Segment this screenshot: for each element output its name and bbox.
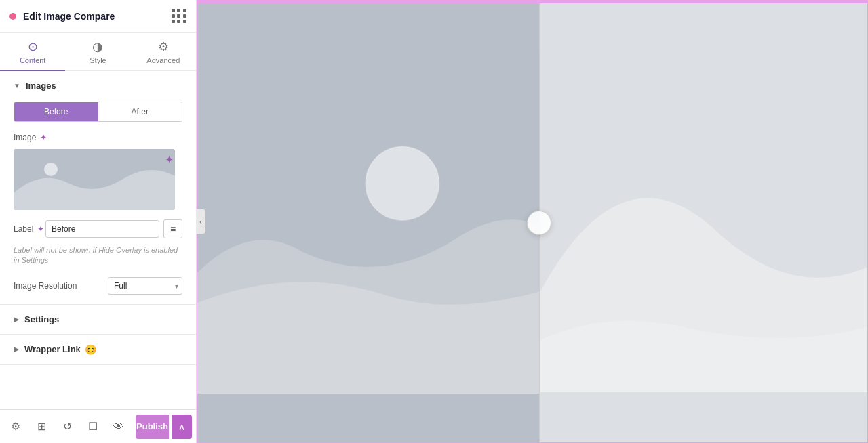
sidebar-content: ▼ Images Before After Image ✦ [0, 71, 196, 409]
thumbnail-svg [14, 149, 175, 210]
resolution-select[interactable]: Default Thumbnail Medium Large Full [108, 277, 182, 295]
before-after-toggle: Before After [14, 102, 182, 122]
after-toggle-btn[interactable]: After [98, 102, 182, 121]
layers-toolbar-btn[interactable]: ⊞ [30, 415, 53, 438]
tab-style-label: Style [90, 56, 106, 64]
publish-button[interactable]: Publish [136, 415, 169, 439]
advanced-tab-icon: ⚙ [158, 39, 169, 54]
canvas-top-border [197, 0, 868, 3]
after-svg [539, 3, 867, 442]
before-image [197, 3, 539, 442]
style-tab-icon: ◑ [92, 39, 103, 54]
align-icon[interactable]: ≡ [163, 219, 182, 238]
tab-advanced[interactable]: ⚙ Advanced [131, 33, 196, 71]
images-chevron-icon: ▼ [14, 82, 20, 89]
label-input[interactable] [45, 220, 159, 238]
image-field-row: Image ✦ [14, 133, 182, 142]
after-image [539, 3, 867, 442]
image-thumbnail-wrap[interactable]: ✦ [14, 149, 182, 210]
resolution-row: Image Resolution Default Thumbnail Mediu… [14, 277, 182, 295]
wrapper-link-section-header[interactable]: ▶ Wrapper Link 😊 [14, 344, 182, 355]
settings-section-title: Settings [24, 314, 59, 324]
content-tab-icon: ⊙ [28, 39, 38, 54]
drag-handle[interactable] [527, 211, 551, 235]
bottom-toolbar: ⚙ ⊞ ↺ ☐ 👁 Publish ∧ [0, 409, 196, 443]
label-dynamic-icon: ✦ [37, 224, 44, 234]
image-link-icon[interactable]: ✦ [165, 153, 178, 167]
resolution-label: Image Resolution [14, 281, 108, 291]
grid-menu-icon[interactable] [172, 9, 186, 24]
wrapper-link-title: Wrapper Link [24, 344, 81, 354]
image-compare-widget[interactable] [197, 3, 868, 443]
panel-title: Edit Image Compare [23, 11, 172, 22]
status-dot [9, 13, 16, 20]
responsive-toolbar-btn[interactable]: ☐ [81, 415, 104, 438]
preview-toolbar-btn[interactable]: 👁 [107, 415, 130, 438]
tab-advanced-label: Advanced [146, 56, 180, 64]
svg-point-3 [366, 147, 439, 221]
before-svg [197, 3, 539, 442]
settings-chevron-icon: ▶ [14, 316, 19, 323]
tab-content-label: Content [20, 56, 46, 64]
image-thumbnail[interactable] [14, 149, 175, 210]
tabs-bar: ⊙ Content ◑ Style ⚙ Advanced [0, 33, 196, 71]
sidebar-header: Edit Image Compare [0, 0, 196, 33]
canvas-area [197, 0, 868, 443]
settings-section-header[interactable]: ▶ Settings [14, 314, 182, 324]
svg-point-1 [44, 163, 58, 176]
resolution-select-wrap: Default Thumbnail Medium Large Full ▾ [108, 277, 182, 295]
tab-style[interactable]: ◑ Style [65, 33, 130, 71]
before-toggle-btn[interactable]: Before [14, 102, 98, 121]
sidebar-collapse-handle[interactable]: ‹ [196, 209, 205, 234]
label-field-label: Label ✦ [14, 224, 45, 234]
label-input-wrap: ≡ [45, 219, 182, 238]
label-field-row: Label ✦ ≡ [14, 219, 182, 238]
dynamic-tag-icon: ✦ [40, 133, 47, 142]
history-toolbar-btn[interactable]: ↺ [56, 415, 79, 438]
wrapper-chevron-icon: ▶ [14, 345, 19, 353]
images-section-header[interactable]: ▼ Images [14, 81, 182, 91]
image-field-label: Image ✦ [14, 133, 182, 142]
images-section-title: Images [26, 81, 56, 91]
publish-expand-btn[interactable]: ∧ [172, 415, 192, 439]
wrapper-link-emoji: 😊 [85, 344, 96, 355]
label-note: Label will not be shown if Hide Overlay … [14, 245, 182, 266]
tab-content[interactable]: ⊙ Content [0, 33, 65, 71]
settings-section: ▶ Settings [0, 305, 196, 335]
sidebar: Edit Image Compare ⊙ Content ◑ Style ⚙ A… [0, 0, 197, 443]
images-section: ▼ Images Before After Image ✦ [0, 71, 196, 305]
settings-toolbar-btn[interactable]: ⚙ [4, 415, 27, 438]
wrapper-link-section: ▶ Wrapper Link 😊 [0, 335, 196, 365]
